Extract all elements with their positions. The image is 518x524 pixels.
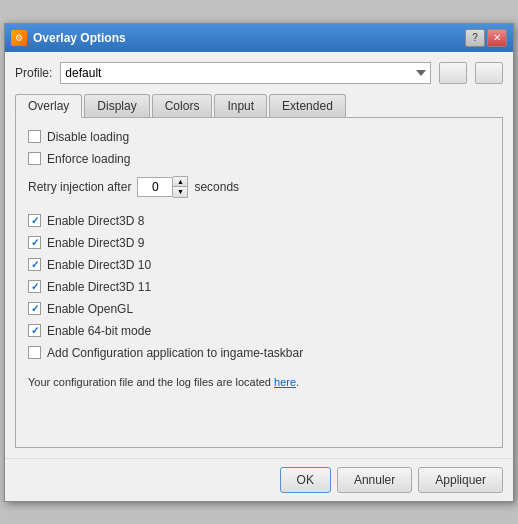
tab-overlay[interactable]: Overlay — [15, 94, 82, 118]
disable-loading-label: Disable loading — [47, 130, 129, 144]
enable-64bit-label: Enable 64-bit mode — [47, 324, 151, 338]
enforce-loading-label: Enforce loading — [47, 152, 130, 166]
enable-d3d10-row: Enable Direct3D 10 — [28, 258, 490, 272]
enable-d3d9-label: Enable Direct3D 9 — [47, 236, 144, 250]
tab-colors[interactable]: Colors — [152, 94, 213, 117]
enable-d3d9-checkbox[interactable] — [28, 236, 41, 249]
close-button[interactable]: ✕ — [487, 29, 507, 47]
add-config-label: Add Configuration application to ingame-… — [47, 346, 303, 360]
tab-content-overlay: Disable loading Enforce loading Retry in… — [15, 118, 503, 448]
enable-64bit-checkbox[interactable] — [28, 324, 41, 337]
enable-opengl-label: Enable OpenGL — [47, 302, 133, 316]
enforce-loading-checkbox[interactable] — [28, 152, 41, 165]
title-controls: ? ✕ — [465, 29, 507, 47]
enable-d3d10-checkbox[interactable] — [28, 258, 41, 271]
footer-prefix: Your configuration file and the log file… — [28, 376, 274, 388]
title-bar-left: ⚙ Overlay Options — [11, 30, 126, 46]
spinner-down-button[interactable]: ▼ — [173, 187, 187, 197]
enable-opengl-checkbox[interactable] — [28, 302, 41, 315]
main-window: ⚙ Overlay Options ? ✕ Profile: default O… — [4, 23, 514, 502]
tabs: Overlay Display Colors Input Extended — [15, 94, 503, 118]
apply-button[interactable]: Appliquer — [418, 467, 503, 493]
retry-row: Retry injection after ▲ ▼ seconds — [28, 176, 490, 198]
enable-d3d8-checkbox[interactable] — [28, 214, 41, 227]
profile-label: Profile: — [15, 66, 52, 80]
retry-input[interactable] — [137, 177, 173, 197]
title-bar: ⚙ Overlay Options ? ✕ — [5, 24, 513, 52]
disable-loading-row: Disable loading — [28, 130, 490, 144]
enable-d3d8-label: Enable Direct3D 8 — [47, 214, 144, 228]
retry-suffix: seconds — [194, 180, 239, 194]
tab-input[interactable]: Input — [214, 94, 267, 117]
disable-loading-checkbox[interactable] — [28, 130, 41, 143]
window-title: Overlay Options — [33, 31, 126, 45]
enable-d3d9-row: Enable Direct3D 9 — [28, 236, 490, 250]
enable-opengl-row: Enable OpenGL — [28, 302, 490, 316]
profile-select[interactable]: default — [60, 62, 431, 84]
tab-extended[interactable]: Extended — [269, 94, 346, 117]
footer-link[interactable]: here — [274, 376, 296, 388]
profile-btn1[interactable] — [439, 62, 467, 84]
enable-64bit-row: Enable 64-bit mode — [28, 324, 490, 338]
enable-d3d10-label: Enable Direct3D 10 — [47, 258, 151, 272]
profile-row: Profile: default — [15, 62, 503, 84]
profile-btn2[interactable] — [475, 62, 503, 84]
retry-prefix: Retry injection after — [28, 180, 131, 194]
footer-text: Your configuration file and the log file… — [28, 376, 490, 388]
ok-button[interactable]: OK — [280, 467, 331, 493]
add-config-row: Add Configuration application to ingame-… — [28, 346, 490, 360]
tab-display[interactable]: Display — [84, 94, 149, 117]
enable-d3d11-label: Enable Direct3D 11 — [47, 280, 151, 294]
cancel-button[interactable]: Annuler — [337, 467, 412, 493]
button-bar: OK Annuler Appliquer — [5, 458, 513, 501]
footer-suffix: . — [296, 376, 299, 388]
enforce-loading-row: Enforce loading — [28, 152, 490, 166]
window-body: Profile: default Overlay Display Colors … — [5, 52, 513, 458]
enable-d3d11-checkbox[interactable] — [28, 280, 41, 293]
help-button[interactable]: ? — [465, 29, 485, 47]
retry-spinner: ▲ ▼ — [137, 176, 188, 198]
spinner-up-button[interactable]: ▲ — [173, 177, 187, 187]
enable-d3d8-row: Enable Direct3D 8 — [28, 214, 490, 228]
spinner-buttons: ▲ ▼ — [173, 176, 188, 198]
add-config-checkbox[interactable] — [28, 346, 41, 359]
enable-d3d11-row: Enable Direct3D 11 — [28, 280, 490, 294]
window-icon: ⚙ — [11, 30, 27, 46]
